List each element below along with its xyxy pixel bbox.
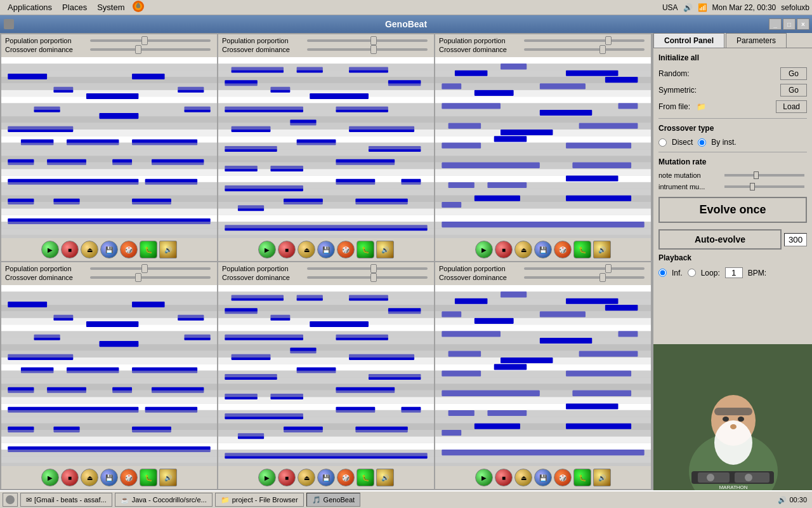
auto-evolve-count-input[interactable]	[784, 233, 807, 246]
stop-button[interactable]: ■	[495, 241, 513, 258]
by-inst-radio[interactable]	[698, 138, 706, 147]
svg-rect-240	[218, 285, 434, 291]
close-button[interactable]: ×	[797, 18, 809, 30]
play-button[interactable]: ▶	[41, 469, 59, 486]
random-go-button[interactable]: Go	[780, 67, 807, 80]
dice-button[interactable]: 🎲	[554, 469, 572, 486]
tab-control-panel[interactable]: Control Panel	[653, 33, 724, 48]
population-slider-5[interactable]	[307, 267, 428, 270]
save-button[interactable]: 💾	[317, 241, 335, 258]
inf-radio[interactable]	[658, 269, 667, 277]
piano-roll-1[interactable]	[1, 57, 217, 238]
stop-button[interactable]: ■	[495, 469, 513, 486]
svg-rect-162	[494, 136, 527, 142]
piano-roll-5[interactable]	[218, 285, 434, 466]
tab-parameters[interactable]: Parameters	[726, 33, 787, 48]
note-mutation-track[interactable]	[724, 174, 804, 177]
darwin-image-area: MARATHON	[653, 344, 812, 490]
speaker-button[interactable]: 🔊	[376, 469, 394, 486]
mutate-button[interactable]: 🐛	[357, 469, 374, 486]
taskbar-item-filebrowser[interactable]: 📁 project - File Browser	[215, 493, 304, 507]
taskbar-item-gmail[interactable]: ✉ [Gmail - beats - assaf...	[20, 493, 112, 507]
stop-button[interactable]: ■	[278, 241, 296, 258]
piano-roll-6[interactable]	[435, 285, 651, 466]
dice-button[interactable]: 🎲	[554, 241, 572, 258]
save-button[interactable]: 💾	[100, 469, 118, 486]
save-button[interactable]: 💾	[534, 469, 552, 486]
speaker-button[interactable]: 🔊	[159, 241, 177, 258]
stop-button[interactable]: ■	[61, 469, 79, 486]
menu-places[interactable]: Places	[57, 1, 92, 13]
play-button[interactable]: ▶	[41, 241, 59, 258]
piano-roll-3[interactable]	[435, 57, 651, 238]
svg-rect-180	[435, 202, 651, 208]
mutate-button[interactable]: 🐛	[140, 241, 157, 258]
save-button[interactable]: 💾	[100, 241, 118, 258]
svg-rect-300	[218, 450, 434, 456]
svg-rect-175	[435, 104, 651, 110]
svg-rect-139	[435, 176, 651, 182]
svg-rect-115	[218, 123, 434, 130]
dice-button[interactable]: 🎲	[120, 241, 138, 258]
speaker-button[interactable]: 🔊	[593, 469, 611, 486]
speaker-button[interactable]: 🔊	[159, 469, 177, 486]
symmetric-go-button[interactable]: Go	[780, 84, 807, 97]
svg-rect-315	[435, 377, 651, 384]
mutate-button[interactable]: 🐛	[140, 469, 157, 486]
mutate-button[interactable]: 🐛	[357, 241, 374, 258]
piano-roll-4[interactable]	[1, 285, 217, 466]
eject-button[interactable]: ⏏	[298, 469, 315, 486]
population-slider-1[interactable]	[90, 39, 211, 42]
maximize-button[interactable]: □	[783, 18, 796, 30]
auto-evolve-button[interactable]: Auto-evolve	[658, 229, 782, 250]
taskbar-start[interactable]	[3, 493, 18, 507]
disect-radio[interactable]	[658, 138, 667, 147]
window-controls[interactable]: _ □ ×	[769, 18, 809, 30]
play-button[interactable]: ▶	[475, 469, 493, 486]
cell-controls-6: Population porportion Crossover dominanc…	[435, 262, 651, 285]
load-button[interactable]: Load	[776, 100, 807, 113]
instrument-mutation-track[interactable]	[724, 185, 804, 188]
play-button[interactable]: ▶	[258, 469, 276, 486]
population-slider-6[interactable]	[524, 267, 645, 270]
firefox-icon[interactable]	[132, 0, 145, 15]
crossover-slider-2[interactable]	[307, 48, 428, 51]
crossover-slider-3[interactable]	[524, 48, 645, 51]
crossover-slider-1[interactable]	[90, 48, 211, 51]
play-button[interactable]: ▶	[475, 241, 493, 258]
bpm-value-input[interactable]	[725, 267, 743, 278]
population-row-1: Population porportion	[5, 37, 213, 44]
crossover-slider-6[interactable]	[524, 276, 645, 279]
population-slider-3[interactable]	[524, 39, 645, 42]
dice-button[interactable]: 🎲	[120, 469, 138, 486]
dice-button[interactable]: 🎲	[337, 469, 355, 486]
population-slider-4[interactable]	[90, 267, 211, 270]
save-button[interactable]: 💾	[534, 241, 552, 258]
crossover-slider-5[interactable]	[307, 276, 428, 279]
menu-system[interactable]: System	[92, 1, 129, 13]
loop-radio[interactable]	[688, 269, 696, 277]
eject-button[interactable]: ⏏	[81, 241, 98, 258]
stop-button[interactable]: ■	[278, 469, 296, 486]
minimize-button[interactable]: _	[769, 18, 782, 30]
piano-roll-2[interactable]	[218, 57, 434, 238]
eject-button[interactable]: ⏏	[298, 241, 315, 258]
eject-button[interactable]: ⏏	[514, 469, 532, 486]
speaker-button[interactable]: 🔊	[376, 241, 394, 258]
stop-button[interactable]: ■	[61, 241, 79, 258]
population-slider-2[interactable]	[307, 39, 428, 42]
taskbar-item-java[interactable]: ☕ Java - Cocodrillo/src/e...	[115, 493, 213, 507]
save-button[interactable]: 💾	[317, 469, 335, 486]
speaker-button[interactable]: 🔊	[593, 241, 611, 258]
evolve-once-button[interactable]: Evolve once	[658, 197, 807, 223]
crossover-slider-4[interactable]	[90, 276, 211, 279]
dice-button[interactable]: 🎲	[337, 241, 355, 258]
play-button[interactable]: ▶	[258, 241, 276, 258]
mutate-button[interactable]: 🐛	[573, 469, 591, 486]
piano-roll-canvas-3	[435, 57, 651, 238]
eject-button[interactable]: ⏏	[81, 469, 98, 486]
mutate-button[interactable]: 🐛	[573, 241, 591, 258]
menu-applications[interactable]: Applications	[3, 1, 57, 13]
taskbar-item-genobeat[interactable]: 🎵 GenoBeat	[306, 493, 361, 507]
eject-button[interactable]: ⏏	[514, 241, 532, 258]
